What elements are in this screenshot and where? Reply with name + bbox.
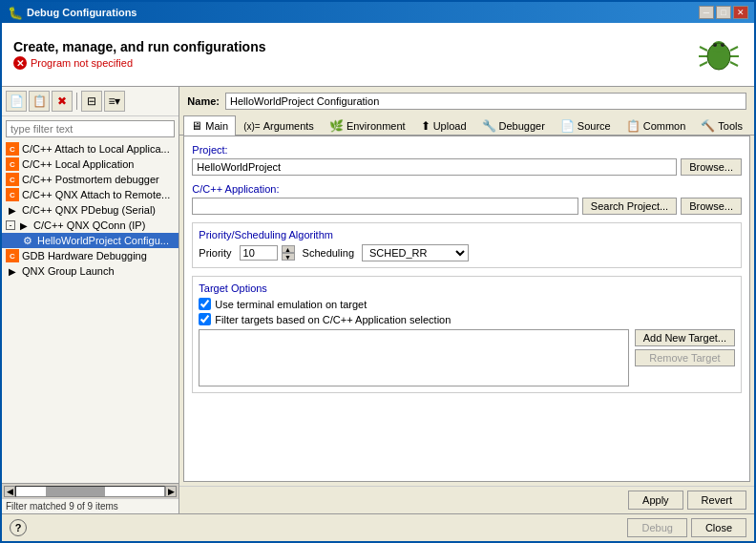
left-toolbar: 📄 📋 ✖ ⊟ ≡▾: [2, 87, 178, 116]
header-content: Create, manage, and run configurations ✕…: [13, 39, 266, 70]
bottom-bar: Apply Revert: [179, 486, 754, 513]
cpp-app-browse-button[interactable]: Browse...: [681, 198, 742, 215]
filter-input[interactable]: [6, 120, 175, 137]
footer-right: Debug Close: [627, 518, 746, 537]
main-tab-icon: 🖥: [191, 119, 202, 133]
tab-common-label: Common: [643, 120, 686, 132]
tree-item[interactable]: C C/C++ Attach to Local Applica...: [2, 141, 178, 157]
tab-debugger[interactable]: 🔧 Debugger: [474, 115, 553, 136]
c-icon: C: [6, 142, 19, 156]
c-icon: C: [6, 173, 19, 186]
arrow-icon: ▶: [6, 203, 19, 217]
title-bar-left: 🐛 Debug Configurations: [8, 6, 137, 20]
add-new-target-button[interactable]: Add New Target...: [635, 329, 735, 346]
scheduling-select[interactable]: SCHED_RR SCHED_FIFO SCHED_OTHER: [362, 244, 469, 261]
collapse-button[interactable]: ⊟: [81, 91, 102, 112]
use-terminal-checkbox[interactable]: [199, 298, 211, 310]
tab-source[interactable]: 📄 Source: [553, 115, 619, 136]
target-textarea[interactable]: [199, 329, 628, 386]
debugger-tab-icon: 🔧: [482, 119, 496, 133]
filter-targets-row: Filter targets based on C/C++ Applicatio…: [199, 313, 735, 325]
project-browse-button[interactable]: Browse...: [681, 158, 742, 176]
horizontal-scrollbar[interactable]: [15, 486, 165, 497]
close-button[interactable]: Close: [691, 518, 746, 537]
name-label: Name:: [187, 95, 220, 107]
left-panel: 📄 📋 ✖ ⊟ ≡▾ C C/C++ Attach to Local Appli…: [2, 87, 179, 513]
scrollbar-area: ◀ ▶: [2, 483, 178, 498]
tree-item-selected[interactable]: ⚙ HelloWorldProject Configu...: [2, 233, 178, 248]
close-window-button[interactable]: ✕: [733, 6, 748, 19]
tab-tools[interactable]: 🔨 Tools: [693, 115, 750, 136]
tab-arguments[interactable]: (x)= Arguments: [236, 115, 322, 136]
cpp-app-label: C/C++ Application:: [192, 183, 742, 195]
tab-common[interactable]: 📋 Common: [619, 115, 694, 136]
tab-source-label: Source: [578, 120, 611, 132]
project-row: Browse...: [192, 158, 742, 176]
debug-button[interactable]: Debug: [627, 518, 686, 537]
tree-item[interactable]: ▶ C/C++ QNX PDebug (Serial): [2, 202, 178, 218]
tree-item[interactable]: C C/C++ Postmortem debugger: [2, 172, 178, 187]
tree-item[interactable]: C C/C++ QNX Attach to Remote...: [2, 187, 178, 202]
use-terminal-label: Use terminal emulation on target: [215, 299, 367, 310]
bug-logo: [695, 31, 743, 78]
cpp-app-field: C/C++ Application: Search Project... Bro…: [192, 183, 742, 215]
project-input[interactable]: [192, 158, 677, 176]
delete-config-button[interactable]: ✖: [52, 91, 73, 112]
scroll-right-button[interactable]: ▶: [165, 486, 177, 497]
tab-main[interactable]: 🖥 Main: [183, 115, 236, 136]
apply-button[interactable]: Apply: [628, 491, 683, 510]
gear-icon: ⚙: [21, 234, 34, 247]
priority-label: Priority: [199, 247, 231, 259]
filter-targets-checkbox[interactable]: [199, 313, 211, 325]
svg-line-6: [700, 62, 707, 66]
revert-button[interactable]: Revert: [687, 491, 746, 510]
name-input[interactable]: [225, 93, 746, 110]
header-title: Create, manage, and run configurations: [13, 39, 266, 54]
spin-up-button[interactable]: ▲: [282, 245, 295, 253]
tabs-bar: 🖥 Main (x)= Arguments 🌿 Environment ⬆ Up…: [179, 115, 754, 136]
tab-tools-label: Tools: [718, 120, 743, 132]
tree-item[interactable]: - ▶ C/C++ QNX QConn (IP): [2, 218, 178, 233]
scheduling-label: Scheduling: [303, 247, 354, 259]
tree-item-label: C/C++ Local Application: [22, 158, 134, 170]
remove-target-button[interactable]: Remove Target: [635, 349, 735, 366]
tree-item-label: QNX Group Launch: [22, 265, 115, 277]
tab-debugger-label: Debugger: [499, 120, 545, 132]
tree-item[interactable]: C GDB Hardware Debugging: [2, 248, 178, 263]
scroll-left-button[interactable]: ◀: [4, 486, 15, 497]
project-field: Project: Browse...: [192, 144, 742, 176]
tab-main-label: Main: [205, 120, 228, 132]
filter-targets-label: Filter targets based on C/C++ Applicatio…: [215, 314, 451, 325]
c-icon: C: [6, 249, 19, 262]
priority-input[interactable]: [240, 245, 278, 261]
priority-spinner: ▲ ▼: [282, 245, 295, 261]
c-icon: C: [6, 157, 19, 171]
expand-button[interactable]: ≡▾: [104, 91, 125, 112]
cpp-app-input[interactable]: [192, 198, 578, 215]
new-config-button[interactable]: 📄: [6, 91, 27, 112]
window-title: Debug Configurations: [27, 7, 137, 18]
tree-item-label: C/C++ QNX QConn (IP): [33, 219, 145, 231]
search-project-button[interactable]: Search Project...: [582, 198, 677, 215]
duplicate-config-button[interactable]: 📋: [29, 91, 50, 112]
header-area: Create, manage, and run configurations ✕…: [2, 23, 754, 87]
right-panel: Name: 🖥 Main (x)= Arguments 🌿 Environmen…: [179, 87, 754, 513]
svg-line-4: [700, 47, 707, 51]
toolbar-separator: [76, 93, 77, 110]
tab-environment[interactable]: 🌿 Environment: [322, 115, 413, 136]
spin-down-button[interactable]: ▼: [282, 253, 295, 261]
tab-upload[interactable]: ⬆ Upload: [413, 115, 474, 136]
minimize-button[interactable]: ─: [699, 6, 714, 19]
tree-item[interactable]: C C/C++ Local Application: [2, 157, 178, 172]
tree-item-label: HelloWorldProject Configu...: [37, 235, 169, 246]
tree-item[interactable]: ▶ QNX Group Launch: [2, 263, 178, 279]
arrow-icon: ▶: [17, 219, 31, 232]
name-row: Name:: [179, 87, 754, 115]
expand-icon[interactable]: -: [6, 220, 15, 230]
tools-tab-icon: 🔨: [701, 119, 715, 133]
help-button[interactable]: ?: [10, 519, 27, 536]
maximize-button[interactable]: □: [716, 6, 731, 19]
arguments-tab-icon: (x)=: [243, 121, 261, 132]
scroll-thumb: [46, 487, 105, 496]
cpp-app-row: Search Project... Browse...: [192, 198, 742, 215]
